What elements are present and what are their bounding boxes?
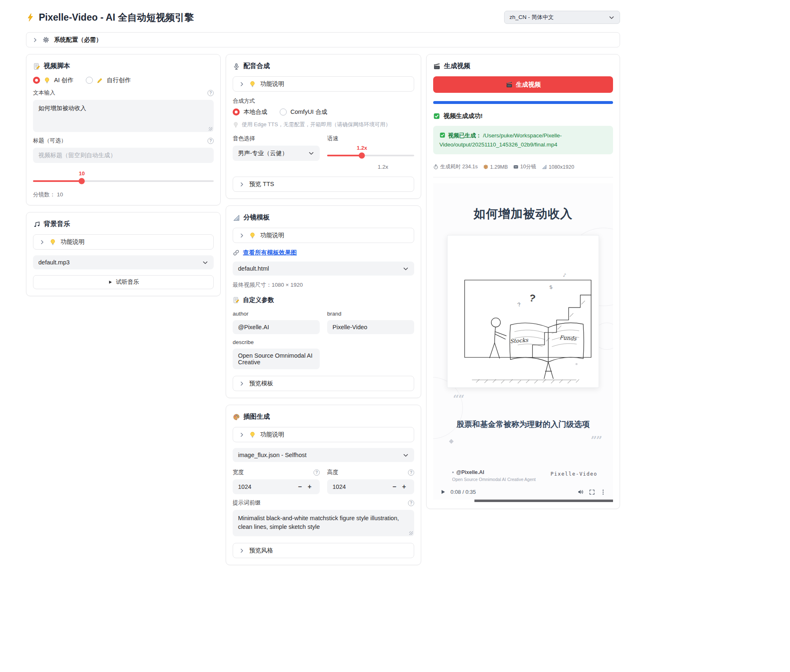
chevron-right-icon bbox=[239, 233, 245, 238]
tts-preview-accordion[interactable]: 预览 TTS bbox=[233, 177, 414, 192]
page-title-text: Pixelle-Video - AI 全自动短视频引擎 bbox=[39, 11, 194, 24]
question-icon[interactable]: ? bbox=[408, 500, 414, 506]
generation-stats: 生成耗时 234.1s 1.29MB 10分镜 1080x1920 bbox=[433, 163, 613, 170]
video-slide-title: 如何增加被动收入 bbox=[433, 206, 613, 222]
text-input[interactable]: 如何增加被动收入 bbox=[33, 100, 214, 132]
volume-icon[interactable] bbox=[577, 488, 584, 495]
music-help-accordion[interactable]: 功能说明 bbox=[33, 234, 214, 250]
bulb-icon bbox=[233, 122, 239, 128]
radio-ai-create-circle[interactable] bbox=[33, 77, 40, 84]
question-icon[interactable]: ? bbox=[208, 90, 214, 96]
voice-value: 男声-专业（云健） bbox=[238, 149, 308, 157]
page-title: Pixelle-Video - AI 全自动短视频引擎 bbox=[26, 11, 194, 24]
workflow-value: image_flux.json - Selfhost bbox=[238, 452, 403, 458]
voice-dropdown[interactable]: 男声-专业（云健） bbox=[233, 146, 320, 161]
describe-input[interactable]: Open Source Omnimodal AI Creative bbox=[233, 349, 320, 369]
question-icon[interactable]: ? bbox=[208, 138, 214, 144]
tts-help-accordion[interactable]: 功能说明 bbox=[233, 76, 414, 92]
quote-close-icon: ”” bbox=[591, 434, 601, 446]
script-mode-radios: AI 创作 自行创作 bbox=[33, 76, 214, 84]
play-icon[interactable] bbox=[440, 489, 446, 495]
workflow-dropdown[interactable]: image_flux.json - Selfhost bbox=[233, 448, 414, 462]
storyboard-slider[interactable]: 10 bbox=[33, 180, 214, 182]
illustration-help-accordion[interactable]: 功能说明 bbox=[233, 427, 414, 442]
prompt-prefix-label: 提示词前缀 bbox=[233, 499, 261, 507]
template-preview-accordion[interactable]: 预览模板 bbox=[233, 376, 414, 391]
speed-slider[interactable]: 1.2x bbox=[327, 155, 414, 156]
resize-grip-icon[interactable] bbox=[409, 531, 413, 535]
video-title-placeholder: 视频标题（留空则自动生成） bbox=[38, 152, 116, 158]
check-icon bbox=[433, 113, 440, 120]
author-input[interactable]: @Pixelle.AI bbox=[233, 320, 320, 334]
music-panel-title: 背景音乐 bbox=[44, 220, 70, 229]
template-file-dropdown[interactable]: default.html bbox=[233, 262, 414, 276]
template-preview-label: 预览模板 bbox=[249, 380, 273, 387]
play-music-button[interactable]: 试听音乐 bbox=[33, 275, 214, 289]
ruler-icon bbox=[542, 164, 547, 170]
tts-panel-title: 配音合成 bbox=[243, 62, 270, 71]
package-icon bbox=[483, 164, 488, 170]
quote-open-icon: ““ bbox=[453, 393, 464, 405]
template-help-accordion[interactable]: 功能说明 bbox=[233, 228, 414, 243]
generate-panel: 生成视频 生成视频 视频生成成功! 视频已生成： /Users/puke/Wor… bbox=[426, 54, 620, 509]
music-note-icon bbox=[33, 221, 40, 228]
question-icon[interactable]: ? bbox=[408, 469, 414, 476]
music-panel: 背景音乐 功能说明 default.mp3 试听音乐 bbox=[26, 212, 221, 296]
video-time: 0:08 / 0:35 bbox=[450, 489, 476, 495]
fullscreen-icon[interactable] bbox=[589, 489, 595, 495]
storyboard-slider-handle[interactable] bbox=[79, 178, 85, 184]
video-player[interactable]: 如何增加被动收入 bbox=[433, 183, 613, 502]
radio-comfyui-tts-circle[interactable] bbox=[280, 108, 287, 116]
custom-params-title: 自定义参数 bbox=[243, 296, 274, 304]
bulb-icon bbox=[50, 239, 56, 245]
chevron-down-icon bbox=[308, 150, 314, 156]
radio-manual-create-circle[interactable] bbox=[86, 77, 93, 84]
template-gallery-link[interactable]: 查看所有模板效果图 bbox=[243, 249, 297, 257]
language-select[interactable]: zh_CN - 简体中文 bbox=[504, 11, 620, 24]
app-container: Pixelle-Video - AI 全自动短视频引擎 zh_CN - 简体中文… bbox=[26, 11, 620, 565]
writing-hand-icon bbox=[97, 77, 103, 84]
stat-duration: 生成耗时 234.1s bbox=[440, 163, 478, 170]
system-config-accordion[interactable]: 系统配置（必需） bbox=[26, 32, 620, 47]
resize-grip-icon[interactable] bbox=[209, 127, 212, 131]
stat-filesize: 1.29MB bbox=[490, 164, 508, 170]
generate-panel-title: 生成视频 bbox=[444, 62, 470, 71]
width-plus-button[interactable]: + bbox=[305, 483, 314, 490]
generate-video-button[interactable]: 生成视频 bbox=[433, 76, 613, 93]
radio-manual-create[interactable]: 自行创作 bbox=[86, 76, 131, 84]
radio-local-tts[interactable]: 本地合成 bbox=[233, 108, 267, 116]
question-icon[interactable]: ? bbox=[314, 469, 320, 476]
final-size-label: 最终视频尺寸： bbox=[233, 282, 272, 288]
output-path-box: 视频已生成： /Users/puke/Workspace/Pixelle-Vid… bbox=[433, 126, 613, 154]
style-preview-accordion[interactable]: 预览风格 bbox=[233, 543, 414, 558]
brand-label: brand bbox=[327, 311, 342, 317]
script-panel: 视频脚本 AI 创作 自行创作 文本输入 ? bbox=[26, 54, 221, 205]
lightning-icon bbox=[26, 13, 35, 22]
width-minus-button[interactable]: − bbox=[295, 483, 304, 490]
brand-input[interactable]: Pixelle-Video bbox=[327, 320, 414, 334]
radio-local-tts-circle[interactable] bbox=[233, 108, 240, 116]
storyboard-count-label: 分镜数： 10 bbox=[33, 191, 214, 198]
height-minus-button[interactable]: − bbox=[389, 483, 399, 490]
width-stepper[interactable]: 1024 − + bbox=[233, 479, 320, 494]
radio-local-tts-label: 本地合成 bbox=[243, 108, 267, 116]
prompt-prefix-input[interactable]: Minimalist black-and-white matchstick fi… bbox=[233, 510, 414, 536]
height-stepper[interactable]: 1024 − + bbox=[327, 479, 414, 494]
tts-hint: 使用 Edge TTS，无需配置，开箱即用（请确保网络环境可用） bbox=[233, 121, 414, 128]
author-value: @Pixelle.AI bbox=[238, 324, 269, 330]
radio-comfyui-tts-label: ComfyUI 合成 bbox=[290, 108, 327, 116]
music-file-dropdown[interactable]: default.mp3 bbox=[33, 255, 214, 269]
illustration-help-label: 功能说明 bbox=[260, 431, 284, 439]
clapper-icon bbox=[433, 63, 441, 70]
radio-comfyui-tts[interactable]: ComfyUI 合成 bbox=[280, 108, 327, 116]
author-label: author bbox=[233, 311, 248, 317]
video-title-input[interactable]: 视频标题（留空则自动生成） bbox=[33, 148, 214, 163]
style-preview-label: 预览风格 bbox=[249, 547, 273, 554]
video-seek-bar[interactable] bbox=[433, 500, 613, 502]
success-status-text: 视频生成成功! bbox=[443, 112, 483, 120]
speed-slider-handle[interactable] bbox=[359, 153, 365, 159]
height-plus-button[interactable]: + bbox=[399, 483, 409, 490]
kebab-menu-icon[interactable] bbox=[600, 489, 606, 495]
gear-icon bbox=[42, 36, 50, 43]
radio-ai-create[interactable]: AI 创作 bbox=[33, 76, 73, 84]
